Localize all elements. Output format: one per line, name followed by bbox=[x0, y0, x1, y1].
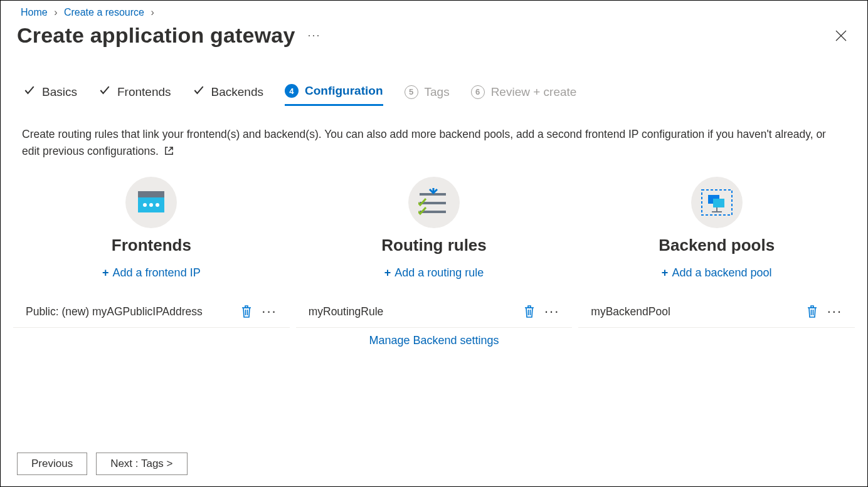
add-backend-pool-link[interactable]: + Add a backend pool bbox=[662, 266, 772, 280]
tabs: Basics Frontends Backends 4 Configuratio… bbox=[1, 48, 867, 106]
frontend-item-row: Public: (new) myAGPublicIPAddress ··· bbox=[13, 293, 290, 328]
wizard-footer: Previous Next : Tags > bbox=[17, 453, 188, 475]
svg-rect-3 bbox=[138, 191, 164, 197]
tab-frontends[interactable]: Frontends bbox=[98, 84, 171, 106]
svg-point-7 bbox=[156, 203, 159, 207]
column-title: Backend pools bbox=[659, 236, 775, 255]
configuration-columns: Frontends + Add a frontend IP Public: (n… bbox=[1, 160, 867, 328]
previous-button[interactable]: Previous bbox=[17, 453, 87, 475]
column-title: Routing rules bbox=[381, 236, 487, 255]
more-icon[interactable]: ··· bbox=[262, 308, 277, 315]
add-link-label: Add a routing rule bbox=[394, 266, 484, 279]
check-icon bbox=[98, 84, 111, 100]
tab-tags: 5 Tags bbox=[405, 84, 450, 106]
frontend-item-name[interactable]: Public: (new) myAGPublicIPAddress bbox=[26, 305, 203, 318]
plus-icon: + bbox=[102, 266, 109, 279]
svg-rect-20 bbox=[712, 211, 722, 212]
next-button[interactable]: Next : Tags > bbox=[96, 453, 187, 475]
column-title: Frontends bbox=[112, 236, 191, 255]
column-backend-pools: Backend pools + Add a backend pool myBac… bbox=[578, 177, 855, 328]
plus-icon: + bbox=[384, 266, 391, 279]
backend-pool-item-row: myBackendPool ··· bbox=[578, 293, 855, 328]
tab-label: Review + create bbox=[491, 85, 577, 99]
chevron-right-icon: › bbox=[151, 7, 154, 18]
routing-rules-icon bbox=[408, 177, 460, 228]
column-frontends: Frontends + Add a frontend IP Public: (n… bbox=[13, 177, 290, 328]
additional-links: Manage Backend settings bbox=[1, 328, 867, 347]
step-number-icon: 4 bbox=[285, 84, 299, 98]
svg-point-5 bbox=[143, 203, 147, 207]
delete-icon[interactable] bbox=[240, 305, 253, 318]
tab-review-create: 6 Review + create bbox=[471, 84, 577, 106]
svg-line-2 bbox=[168, 147, 172, 152]
add-routing-rule-link[interactable]: + Add a routing rule bbox=[384, 266, 484, 280]
more-icon[interactable]: ··· bbox=[827, 308, 842, 315]
close-icon[interactable] bbox=[835, 29, 847, 42]
more-icon[interactable]: ··· bbox=[308, 29, 321, 42]
external-link-icon[interactable] bbox=[164, 145, 174, 158]
add-link-label: Add a frontend IP bbox=[113, 266, 201, 279]
page-description: Create routing rules that link your fron… bbox=[1, 106, 867, 160]
delete-icon[interactable] bbox=[523, 305, 536, 318]
check-icon bbox=[23, 84, 36, 100]
breadcrumb-home[interactable]: Home bbox=[21, 7, 48, 18]
manage-backend-settings-link[interactable]: Manage Backend settings bbox=[298, 334, 570, 347]
tab-label: Basics bbox=[42, 85, 77, 99]
delete-icon[interactable] bbox=[806, 305, 818, 318]
breadcrumb-create-resource[interactable]: Create a resource bbox=[64, 7, 144, 18]
step-number-icon: 6 bbox=[471, 85, 485, 99]
description-text: Create routing rules that link your fron… bbox=[22, 128, 826, 157]
tab-label: Backends bbox=[211, 85, 263, 99]
add-link-label: Add a backend pool bbox=[672, 266, 771, 279]
routing-rule-item-row: myRoutingRule ··· bbox=[296, 293, 573, 328]
frontends-icon bbox=[125, 177, 177, 228]
plus-icon: + bbox=[662, 266, 669, 279]
page-header: Create application gateway ··· bbox=[1, 21, 867, 48]
tab-label: Tags bbox=[425, 85, 450, 99]
column-routing-rules: Routing rules + Add a routing rule myRou… bbox=[296, 177, 573, 328]
step-number-icon: 5 bbox=[405, 85, 418, 99]
routing-rule-item-name[interactable]: myRoutingRule bbox=[309, 305, 384, 318]
more-icon[interactable]: ··· bbox=[544, 308, 559, 315]
chevron-right-icon: › bbox=[54, 7, 57, 18]
tab-label: Frontends bbox=[117, 85, 171, 99]
svg-rect-18 bbox=[713, 199, 724, 207]
svg-point-6 bbox=[149, 203, 153, 207]
breadcrumb: Home › Create a resource › bbox=[1, 1, 867, 21]
page-title: Create application gateway bbox=[17, 23, 295, 48]
tab-configuration[interactable]: 4 Configuration bbox=[285, 84, 383, 106]
backend-pools-icon bbox=[691, 177, 743, 228]
check-icon bbox=[193, 84, 205, 100]
tab-backends[interactable]: Backends bbox=[193, 84, 263, 106]
svg-rect-19 bbox=[716, 207, 717, 211]
add-frontend-ip-link[interactable]: + Add a frontend IP bbox=[102, 266, 201, 280]
backend-pool-item-name[interactable]: myBackendPool bbox=[591, 305, 670, 318]
tab-label: Configuration bbox=[305, 84, 383, 98]
tab-basics[interactable]: Basics bbox=[23, 84, 77, 106]
